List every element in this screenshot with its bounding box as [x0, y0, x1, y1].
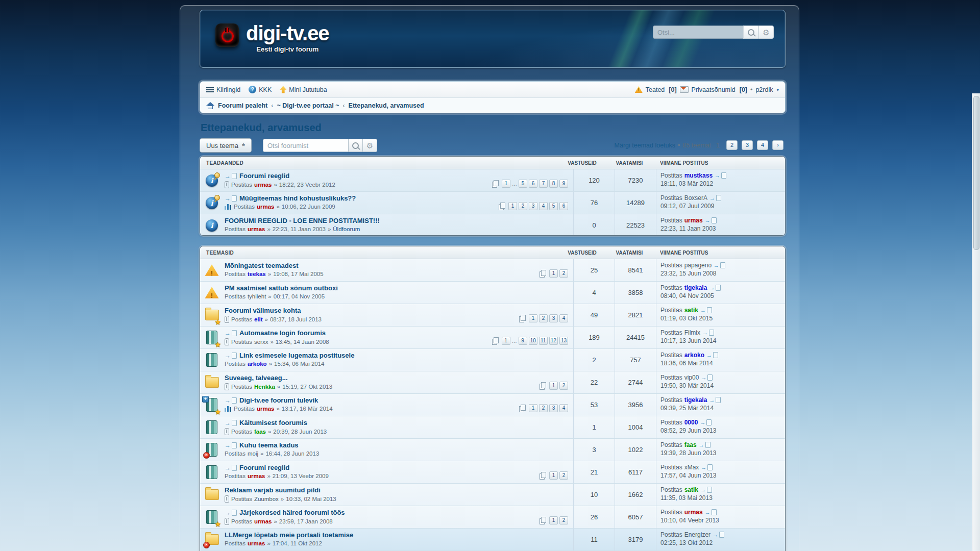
topic-title-link[interactable]: Link esimesele lugemata postitusele: [239, 352, 354, 359]
new-topic-button[interactable]: Uus teema *: [200, 138, 252, 153]
topic-author-link[interactable]: arkoko: [248, 361, 267, 367]
goto-last-post-icon[interactable]: →: [709, 195, 721, 201]
page-button[interactable]: 1: [549, 471, 558, 480]
goto-last-post-icon[interactable]: →: [700, 487, 712, 493]
page-button[interactable]: 2: [559, 516, 568, 524]
goto-last-post-icon[interactable]: →: [225, 330, 237, 336]
last-post-author-link[interactable]: 0000: [684, 419, 698, 426]
pagination-page-4[interactable]: 4: [757, 140, 768, 150]
page-button[interactable]: 3: [549, 404, 558, 412]
page-button[interactable]: 2: [519, 202, 527, 210]
page-button[interactable]: 4: [539, 202, 548, 210]
last-post-author-link[interactable]: urmas: [684, 217, 703, 224]
topic-title-link[interactable]: Foorumi reeglid: [239, 172, 289, 180]
forum-search-advanced-button[interactable]: ⚙: [363, 139, 377, 152]
page-button[interactable]: 1: [502, 180, 510, 188]
topic-title-link[interactable]: Reklaam varjab suumitud pildi: [225, 486, 321, 494]
pagination-next-button[interactable]: ›: [772, 140, 783, 150]
topic-author-link[interactable]: Zuumbox: [254, 496, 279, 502]
page-button[interactable]: 2: [559, 269, 568, 278]
goto-last-post-icon[interactable]: →: [225, 173, 237, 179]
scrollbar-thumb[interactable]: [973, 96, 979, 250]
goto-last-post-icon[interactable]: →: [709, 397, 721, 403]
page-button[interactable]: 5: [519, 180, 527, 188]
last-post-author-link[interactable]: tigekala: [684, 396, 707, 404]
pagination-page-3[interactable]: 3: [742, 140, 753, 150]
last-post-author-link[interactable]: urmas: [684, 509, 703, 516]
site-logo[interactable]: digi-tv.ee Eesti digi-tv foorum: [215, 22, 329, 53]
forum-search-button[interactable]: [348, 139, 363, 152]
breadcrumb-current[interactable]: Ettepanekud, arvamused: [349, 102, 424, 109]
nav-faq[interactable]: ? KKK: [249, 86, 272, 93]
last-post-author-link[interactable]: Filmix: [684, 329, 700, 336]
topic-title-link[interactable]: Kuhu teema kadus: [239, 441, 299, 449]
last-post-author-link[interactable]: vip00: [684, 374, 699, 381]
last-post-author-link[interactable]: satik: [684, 307, 698, 314]
goto-last-post-icon[interactable]: →: [715, 172, 726, 179]
pagination-page-2[interactable]: 2: [726, 140, 738, 150]
page-button[interactable]: 12: [549, 337, 558, 345]
goto-last-post-icon[interactable]: →: [706, 352, 718, 358]
goto-last-post-icon[interactable]: →: [700, 419, 712, 425]
topic-author-link[interactable]: urmas: [248, 226, 265, 232]
topic-author-link[interactable]: urmas: [248, 540, 265, 546]
scrollbar-track[interactable]: [972, 93, 980, 551]
last-post-author-link[interactable]: mustkass: [684, 172, 713, 179]
goto-last-post-icon[interactable]: →: [705, 509, 717, 515]
page-button[interactable]: 3: [549, 314, 558, 322]
topic-author-link[interactable]: teekas: [248, 271, 266, 277]
search-button[interactable]: [743, 26, 758, 39]
topic-title-link[interactable]: Foorumi välimuse kohta: [225, 307, 301, 314]
topic-author-link[interactable]: Henkka: [254, 384, 275, 390]
topic-author-link[interactable]: moij: [248, 450, 258, 457]
page-button[interactable]: 1: [502, 337, 510, 345]
page-button[interactable]: 1: [508, 202, 517, 210]
last-post-author-link[interactable]: BoxserA: [684, 194, 707, 202]
mark-topics-read-link[interactable]: Märgi teemad loetuks: [615, 142, 676, 149]
page-button[interactable]: 9: [559, 180, 568, 188]
goto-last-post-icon[interactable]: →: [713, 532, 724, 538]
page-button[interactable]: 7: [539, 180, 548, 188]
page-button[interactable]: 4: [559, 404, 568, 412]
page-button[interactable]: 13: [559, 337, 568, 345]
page-button[interactable]: 1: [529, 404, 537, 412]
goto-last-post-icon[interactable]: →: [700, 307, 712, 313]
last-post-author-link[interactable]: faas: [684, 441, 697, 448]
goto-last-post-icon[interactable]: →: [225, 353, 237, 359]
topic-author-link[interactable]: elit: [254, 316, 263, 322]
goto-last-post-icon[interactable]: →: [709, 285, 721, 291]
page-button[interactable]: 2: [539, 314, 548, 322]
page-button[interactable]: 8: [549, 180, 558, 188]
topic-title-link[interactable]: LLMerge lõpetab meie portaali toetamise: [225, 531, 353, 539]
topic-title-link[interactable]: Digi-tv.ee foorumi tulevik: [239, 396, 318, 404]
topic-title-link[interactable]: Järjekordsed häired foorumi töös: [239, 509, 345, 516]
page-button[interactable]: 6: [529, 180, 537, 188]
page-button[interactable]: 2: [539, 404, 548, 412]
topic-author-link[interactable]: serxx: [254, 339, 268, 345]
topic-title-link[interactable]: Foorumi reeglid: [239, 464, 289, 471]
topic-author-link[interactable]: urmas: [254, 182, 272, 188]
breadcrumb-home[interactable]: Foorumi pealeht: [218, 102, 267, 109]
page-button[interactable]: 1: [549, 516, 558, 524]
last-post-author-link[interactable]: tigekala: [684, 284, 707, 291]
nav-private-messages[interactable]: Privaatsõnumid: [692, 86, 736, 93]
page-button[interactable]: 2: [559, 382, 568, 390]
page-button[interactable]: 9: [519, 337, 527, 345]
topic-author-link[interactable]: urmas: [254, 518, 272, 524]
goto-last-post-icon[interactable]: →: [225, 442, 237, 448]
page-button[interactable]: 3: [529, 202, 537, 210]
last-post-author-link[interactable]: papageno: [684, 262, 712, 269]
page-button[interactable]: 6: [559, 202, 568, 210]
topic-title-link[interactable]: FOORUMI REEGLID - LOE ENNE POSTITAMIST!!…: [225, 217, 380, 224]
goto-last-post-icon[interactable]: →: [701, 374, 713, 381]
topic-title-link[interactable]: Suveaeg, talveaeg...: [225, 374, 288, 382]
last-post-author-link[interactable]: satik: [684, 486, 698, 493]
topic-author-link[interactable]: faas: [254, 429, 266, 435]
topic-author-link[interactable]: urmas: [257, 204, 275, 210]
topic-title-link[interactable]: Automaatne login foorumis: [239, 329, 326, 337]
goto-last-post-icon[interactable]: →: [714, 262, 725, 268]
last-post-author-link[interactable]: xMax: [684, 464, 699, 471]
goto-last-post-icon[interactable]: →: [225, 397, 237, 404]
topic-author-link[interactable]: tyhileht: [248, 293, 266, 299]
advanced-search-button[interactable]: ⚙: [758, 26, 774, 39]
